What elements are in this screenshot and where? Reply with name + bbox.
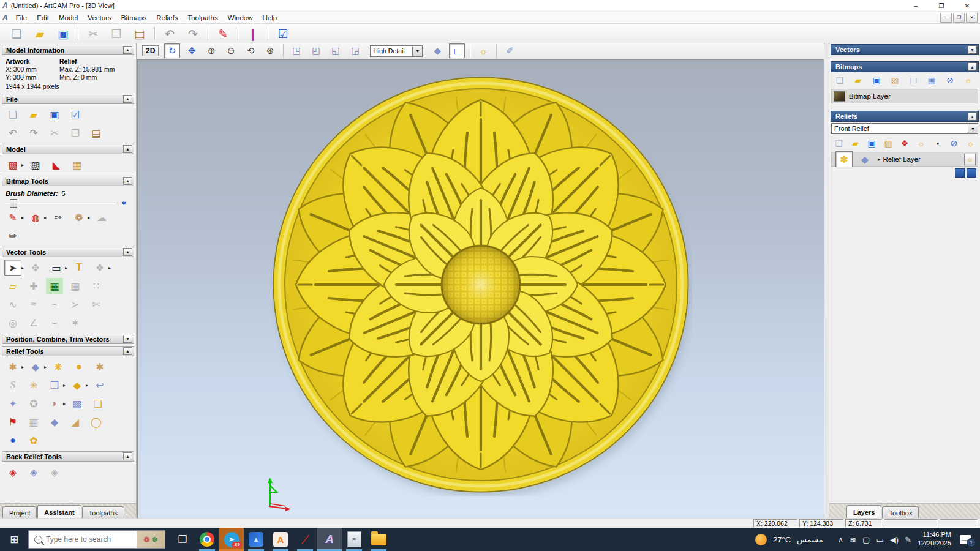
fade-relief-icon[interactable]: ⚑ xyxy=(4,414,21,430)
collapse-button[interactable]: ▲ xyxy=(123,452,132,460)
flyout-arrow-icon[interactable]: ▸ xyxy=(86,383,88,388)
close-button[interactable]: ✕ xyxy=(954,0,980,11)
zoom-in-icon[interactable]: ⊕ xyxy=(203,43,219,58)
menu-model[interactable]: Model xyxy=(54,14,83,21)
bitmap-preview-icon[interactable]: ▦ xyxy=(924,73,940,87)
save-relief-icon[interactable]: ▣ xyxy=(865,137,879,150)
load-background-image-icon[interactable]: ▦ xyxy=(69,157,86,173)
adjust-model-greyscale-icon[interactable]: ▨ xyxy=(27,157,44,173)
texture-sphere-icon[interactable]: ● xyxy=(4,432,21,448)
envelope-relief-icon[interactable]: ▦ xyxy=(25,414,42,430)
menu-file[interactable]: File xyxy=(11,14,32,21)
flyout-arrow-icon[interactable]: ▸ xyxy=(21,162,24,168)
toggle-bitmap-visibility-icon[interactable]: ☼ xyxy=(960,73,976,87)
menu-window[interactable]: Window xyxy=(223,14,258,21)
texture-relief-icon[interactable]: ▩ xyxy=(69,395,86,411)
flood-fill-icon[interactable]: ◍ xyxy=(27,209,44,225)
smooth-relief-icon[interactable]: ✱ xyxy=(4,359,21,375)
collapse-button[interactable]: ▲ xyxy=(968,112,977,121)
toggle-origin-axes-icon[interactable]: ∟ xyxy=(449,43,465,58)
open-model-icon[interactable]: ▰ xyxy=(30,25,50,42)
tab-layers[interactable]: Layers xyxy=(846,505,881,519)
volume-icon[interactable]: ◀) xyxy=(890,535,899,544)
task-view-taskbar-button[interactable]: ❒ xyxy=(170,528,195,551)
menu-vectors[interactable]: Vectors xyxy=(83,14,116,21)
reset-relief-icon[interactable]: ↩ xyxy=(91,377,108,393)
unwrap-relief-icon[interactable]: ✪ xyxy=(25,395,42,411)
relief-clipart-library-icon[interactable]: ❒ xyxy=(46,377,63,393)
arc-segment-icon[interactable]: ⌣ xyxy=(46,315,63,331)
collapse-button[interactable]: ▲ xyxy=(123,177,132,185)
detail-level-dropdown[interactable]: High Detail ▼ xyxy=(370,45,423,57)
mdi-minimize-button[interactable]: – xyxy=(940,13,952,23)
open-bitmap-icon[interactable]: ▰ xyxy=(850,73,866,87)
edit-model-notes-icon[interactable]: ✎ xyxy=(213,25,233,42)
file-explorer-taskbar-button[interactable] xyxy=(366,528,391,551)
relief-layer-row[interactable]: ✽◆ ▸ Relief Layer ☼ xyxy=(831,152,978,167)
view-along-y-icon[interactable]: ◰ xyxy=(308,43,324,58)
flyout-arrow-icon[interactable]: ▸ xyxy=(108,265,111,271)
star-wizard-icon[interactable]: ✦ xyxy=(4,395,21,411)
toggle-relief-visibility-icon[interactable]: ☼ xyxy=(963,137,978,150)
delete-relief-layer-icon[interactable]: ⊘ xyxy=(947,137,961,150)
collapse-button[interactable]: ▲ xyxy=(123,95,132,103)
weather-sun-icon[interactable] xyxy=(755,534,767,545)
text-panel-icon[interactable]: ▦ xyxy=(46,278,63,294)
taskbar-search[interactable]: ❁ ❅ xyxy=(28,530,165,549)
paste-icon[interactable]: ▤ xyxy=(130,25,149,42)
draw-pen-icon[interactable]: ✏ xyxy=(4,228,21,244)
taskbar-clock[interactable]: 11:46 PM 12/20/2025 xyxy=(918,531,951,548)
flyout-arrow-icon[interactable]: ▸ xyxy=(63,401,66,407)
paint-brush-icon[interactable]: ✎ xyxy=(4,209,21,225)
back-relief-reset-icon[interactable]: ◈ xyxy=(46,464,63,480)
connected-device-icon[interactable]: ▢ xyxy=(862,535,870,544)
material-shading-icon[interactable]: ✐ xyxy=(502,43,518,58)
merge-relief-layers-icon[interactable]: ❖ xyxy=(898,137,912,150)
shape-editor-icon[interactable]: ◆ xyxy=(69,377,86,393)
menu-bitmaps[interactable]: Bitmaps xyxy=(116,14,152,21)
model-properties-icon[interactable]: ☑ xyxy=(67,107,84,122)
flyout-arrow-icon[interactable]: ▸ xyxy=(21,215,24,220)
tray-chevron-icon[interactable]: ∧ xyxy=(838,535,844,544)
collapse-button[interactable]: ▲ xyxy=(123,248,132,256)
battery-icon[interactable]: ▭ xyxy=(876,535,883,544)
extrude-flower-icon[interactable]: ✿ xyxy=(25,432,42,448)
relief-layer-thumbnail-icon[interactable]: ✽ xyxy=(835,151,853,167)
minimize-button[interactable]: – xyxy=(903,0,929,11)
revolve-vector-icon[interactable]: ◎ xyxy=(4,315,21,331)
dome-relief-icon[interactable]: ● xyxy=(70,359,88,375)
pillow-relief-icon[interactable]: ◆ xyxy=(46,414,63,430)
pan-view-icon[interactable]: ✥ xyxy=(184,43,200,58)
block-array-copy-icon[interactable]: ∷ xyxy=(88,278,105,294)
zoom-extents-icon[interactable]: ⊛ xyxy=(262,43,278,58)
smudge-relief-icon[interactable]: ✱ xyxy=(91,359,108,375)
search-input[interactable] xyxy=(42,534,137,544)
tab-assistant[interactable]: Assistant xyxy=(37,505,81,519)
chevron-down-icon[interactable]: ▼ xyxy=(968,124,978,133)
notepad-taskbar-button[interactable]: ≡ xyxy=(342,528,366,551)
expand-button[interactable]: ▼ xyxy=(968,45,977,54)
adobe-a-taskbar-button[interactable]: A xyxy=(268,528,293,551)
cut-icon[interactable]: ✂ xyxy=(83,25,103,42)
move-layer-down-button[interactable] xyxy=(967,168,976,178)
toggle-2d-view-button[interactable]: 2D xyxy=(142,45,159,56)
redo-icon[interactable]: ↷ xyxy=(25,125,42,141)
envelope-distortion-icon[interactable]: ▦ xyxy=(67,278,84,294)
wifi-icon[interactable]: ≋ xyxy=(850,535,856,544)
cut-icon[interactable]: ✂ xyxy=(46,125,63,141)
open-model-icon[interactable]: ▰ xyxy=(25,107,42,122)
relief-select-dropdown[interactable]: Front Relief ▼ xyxy=(831,123,978,134)
save-bitmap-icon[interactable]: ▣ xyxy=(869,73,884,87)
relief-preview-icon[interactable]: ▪ xyxy=(930,137,944,150)
transform-vectors-icon[interactable]: ✥ xyxy=(27,260,44,276)
zero-rest-of-relief-icon[interactable]: ◆ xyxy=(27,359,44,375)
view-along-z-icon[interactable]: ◱ xyxy=(328,43,344,58)
light-and-material-setup-icon[interactable]: ◣ xyxy=(48,157,65,173)
menu-edit[interactable]: Edit xyxy=(32,14,54,21)
flyout-arrow-icon[interactable]: ▸ xyxy=(63,383,66,388)
create-polyline-icon[interactable]: ∿ xyxy=(4,296,21,312)
weather-temp[interactable]: 27°C xyxy=(773,535,791,544)
measure-tool-icon[interactable]: ▱ xyxy=(4,278,21,294)
toggle-zero-plane-icon[interactable]: ◆ xyxy=(429,43,445,58)
create-text-icon[interactable]: T xyxy=(70,260,88,276)
